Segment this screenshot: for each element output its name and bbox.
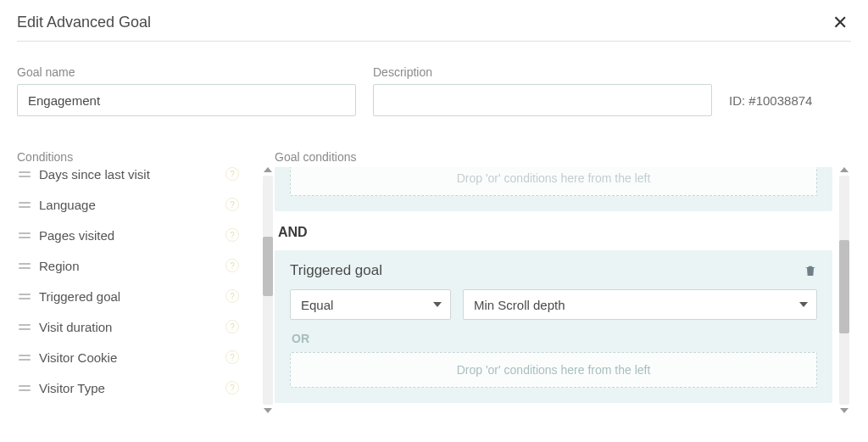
help-icon[interactable]: ? <box>225 259 239 272</box>
condition-label: Days since last visit <box>39 167 217 182</box>
block-title: Triggered goal <box>290 262 382 279</box>
operator-row: Equal Min Scroll depth <box>290 289 817 320</box>
condition-item-region[interactable]: Region ? <box>17 250 241 281</box>
condition-label: Triggered goal <box>39 289 217 304</box>
drag-handle-icon[interactable] <box>19 202 31 208</box>
or-connector: OR <box>292 332 817 345</box>
goal-name-label: Goal name <box>17 65 356 79</box>
drag-handle-icon[interactable] <box>19 324 31 330</box>
drag-handle-icon[interactable] <box>19 232 31 238</box>
condition-label: Region <box>39 259 217 273</box>
conditions-scrollbar[interactable] <box>261 167 275 413</box>
goal-name-group: Goal name <box>17 65 356 116</box>
block-header: Triggered goal <box>290 262 817 279</box>
condition-item-language[interactable]: Language ? <box>17 189 241 220</box>
close-icon: ✕ <box>832 12 848 33</box>
goal-name-input[interactable] <box>17 84 356 116</box>
and-connector: AND <box>278 225 832 240</box>
help-icon[interactable]: ? <box>225 381 239 394</box>
condition-item-visit-duration[interactable]: Visit duration ? <box>17 311 241 342</box>
scroll-down-icon[interactable] <box>264 408 272 413</box>
value-select[interactable]: Min Scroll depth <box>463 289 817 320</box>
scroll-thumb[interactable] <box>263 237 273 296</box>
description-group: Description <box>373 65 712 116</box>
drop-zone-hint: Drop 'or' conditions here from the left <box>457 171 651 185</box>
scroll-track[interactable] <box>839 176 849 405</box>
drag-handle-icon[interactable] <box>19 263 31 269</box>
condition-item-pages-visited[interactable]: Pages visited ? <box>17 220 241 250</box>
condition-label: Language <box>39 198 217 212</box>
description-input[interactable] <box>373 84 712 116</box>
description-label: Description <box>373 65 712 79</box>
help-icon[interactable]: ? <box>225 289 239 303</box>
drag-handle-icon[interactable] <box>19 294 31 299</box>
close-button[interactable]: ✕ <box>829 14 851 32</box>
condition-label: Visitor Cookie <box>39 350 217 365</box>
help-icon[interactable]: ? <box>225 320 239 333</box>
scroll-down-icon[interactable] <box>840 408 849 413</box>
goal-conditions-section-label: Goal conditions <box>275 150 851 164</box>
trash-icon <box>804 263 817 278</box>
or-drop-zone[interactable]: Drop 'or' conditions here from the left <box>290 167 817 196</box>
condition-label: Visit duration <box>39 320 217 334</box>
condition-block-prev: Drop 'or' conditions here from the left <box>275 167 832 211</box>
delete-block-button[interactable] <box>804 263 817 278</box>
condition-label: Pages visited <box>39 228 217 243</box>
drag-handle-icon[interactable] <box>19 171 31 177</box>
condition-label: Visitor Type <box>39 381 217 395</box>
condition-item-visitor-cookie[interactable]: Visitor Cookie ? <box>17 342 241 372</box>
scroll-thumb[interactable] <box>839 240 849 333</box>
scroll-track[interactable] <box>263 176 273 405</box>
section-labels-row: Conditions Goal conditions <box>17 150 851 167</box>
help-icon[interactable]: ? <box>225 228 239 242</box>
goal-conditions-pane: Drop 'or' conditions here from the left … <box>275 167 851 413</box>
top-form-row: Goal name Description ID: #10038874 <box>17 65 851 116</box>
drag-handle-icon[interactable] <box>19 385 31 391</box>
drag-handle-icon[interactable] <box>19 355 31 361</box>
edit-advanced-goal-dialog: Edit Advanced Goal ✕ Goal name Descripti… <box>0 0 868 413</box>
goal-conditions-content[interactable]: Drop 'or' conditions here from the left … <box>275 167 837 413</box>
condition-item-triggered-goal[interactable]: Triggered goal ? <box>17 281 241 311</box>
help-icon[interactable]: ? <box>225 198 239 211</box>
condition-block-triggered-goal: Triggered goal Equal Min Scroll depth <box>275 250 832 403</box>
operator-select[interactable]: Equal <box>290 289 451 320</box>
goal-id-label: ID: #10038874 <box>729 93 812 116</box>
or-drop-zone[interactable]: Drop 'or' conditions here from the left <box>290 352 817 388</box>
help-icon[interactable]: ? <box>225 350 239 364</box>
scroll-up-icon[interactable] <box>264 167 272 172</box>
dialog-header: Edit Advanced Goal ✕ <box>17 14 851 42</box>
conditions-list[interactable]: Days since last visit ? Language ? Pages… <box>17 167 261 413</box>
goal-conditions-scrollbar[interactable] <box>837 167 851 413</box>
conditions-section-label: Conditions <box>17 150 275 164</box>
drop-zone-hint: Drop 'or' conditions here from the left <box>457 363 651 377</box>
condition-item-visitor-type[interactable]: Visitor Type ? <box>17 372 241 403</box>
condition-item-days-since-last-visit[interactable]: Days since last visit ? <box>17 167 241 189</box>
scroll-up-icon[interactable] <box>840 167 849 172</box>
conditions-pane: Days since last visit ? Language ? Pages… <box>17 167 275 413</box>
builder-body: Days since last visit ? Language ? Pages… <box>17 167 851 413</box>
help-icon[interactable]: ? <box>225 167 239 181</box>
dialog-title: Edit Advanced Goal <box>17 14 151 31</box>
